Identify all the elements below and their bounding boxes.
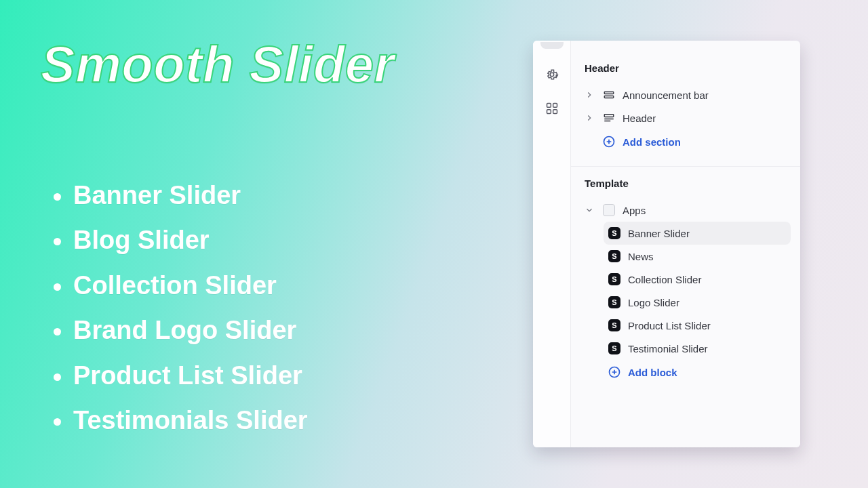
apps-button[interactable] [544,100,560,117]
add-block-label: Add block [628,367,787,378]
section-icon [602,112,616,124]
header-group: Header Announcement bar [571,52,800,167]
app-block-icon: S [608,273,621,285]
apps-block-list: S Banner Slider S News S Collection Slid… [580,222,791,386]
section-row-apps[interactable]: Apps [580,199,791,222]
plus-circle-icon [608,365,621,379]
editor-rail [533,41,571,447]
chevron-right-icon [585,90,595,100]
block-row-news[interactable]: S News [604,245,791,268]
hero-feature-item: Brand Logo Slider [73,308,475,353]
block-row-collection-slider[interactable]: S Collection Slider [604,268,791,291]
sections-panel: Header Announcement bar [571,41,800,447]
block-row-banner-slider[interactable]: S Banner Slider [604,222,791,245]
app-block-icon: S [608,296,621,308]
template-group: Template Apps S Banner Slider S Ne [571,167,800,398]
svg-rect-2 [553,104,557,108]
app-block-icon: S [608,227,621,239]
svg-point-0 [550,73,553,76]
section-icon [602,89,616,101]
apps-section-icon [602,204,616,216]
hero-feature-item: Blog Slider [73,218,475,263]
chevron-down-icon [585,205,595,215]
block-row-label: Product List Slider [628,320,787,331]
svg-rect-7 [604,115,614,117]
block-row-label: Testimonial Slider [628,343,787,354]
gear-icon [545,68,559,81]
section-row-label: Announcement bar [623,89,787,101]
header-group-title: Header [580,57,791,83]
app-block-icon: S [608,342,621,354]
svg-rect-1 [547,104,551,108]
theme-editor-panel: Header Announcement bar [533,41,800,447]
section-row-announcement-bar[interactable]: Announcement bar [580,83,791,106]
section-row-label: Apps [623,205,787,216]
chevron-right-icon [585,113,595,123]
add-section-button[interactable]: Add section [580,129,791,154]
svg-rect-3 [547,110,551,114]
hero-feature-item: Testimonials Slider [73,398,475,443]
add-section-label: Add section [623,136,787,148]
hero-feature-item: Product List Slider [73,353,475,399]
hero-title: Smooth Slider [41,37,475,92]
hero: Smooth Slider Banner Slider Blog Slider … [41,37,475,443]
app-block-icon: S [608,319,621,331]
rail-active-indicator [540,42,564,49]
hero-feature-item: Banner Slider [73,173,475,218]
hero-feature-list: Banner Slider Blog Slider Collection Sli… [41,173,475,443]
svg-rect-4 [553,110,557,114]
add-block-button[interactable]: Add block [604,360,791,384]
block-row-label: Logo Slider [628,297,787,308]
section-row-label: Header [623,113,787,124]
svg-rect-6 [604,96,614,98]
block-row-label: Collection Slider [628,274,787,285]
apps-grid-icon [545,102,559,115]
section-row-header[interactable]: Header [580,106,791,129]
plus-circle-icon [602,135,616,148]
app-block-icon: S [608,250,621,262]
block-row-logo-slider[interactable]: S Logo Slider [604,291,791,314]
hero-feature-item: Collection Slider [73,263,475,308]
template-group-title: Template [580,172,791,199]
svg-rect-5 [604,92,614,94]
settings-button[interactable] [544,66,560,83]
block-row-label: Banner Slider [628,228,787,239]
block-row-testimonial-slider[interactable]: S Testimonial Slider [604,337,791,360]
block-row-product-list-slider[interactable]: S Product List Slider [604,314,791,337]
block-row-label: News [628,251,787,262]
